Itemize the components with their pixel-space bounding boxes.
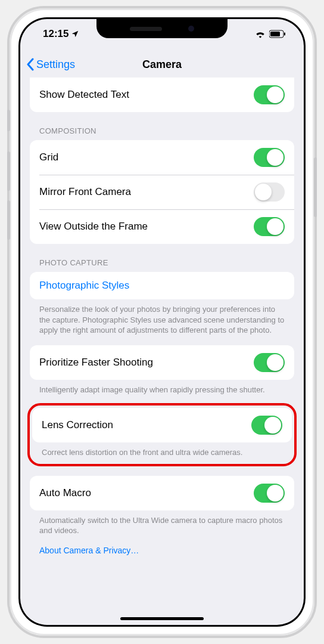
- toggle-mirror-front-camera[interactable]: [254, 182, 285, 202]
- notch: [96, 19, 228, 38]
- back-label: Settings: [36, 58, 75, 71]
- row-photographic-styles[interactable]: Photographic Styles: [30, 272, 294, 299]
- footer-lens-correction: Correct lens distortion on the front and…: [30, 445, 294, 464]
- toggle-lens-correction[interactable]: [251, 416, 282, 435]
- group-composition: COMPOSITION Grid Mirror Front Camera Vie…: [20, 116, 304, 244]
- group-header-photo-capture: PHOTO CAPTURE: [20, 247, 304, 272]
- wifi-icon: [255, 30, 266, 38]
- status-time: 12:15: [43, 28, 68, 40]
- link-label: About Camera & Privacy…: [39, 546, 139, 555]
- row-label: Grid: [39, 151, 58, 163]
- row-label: Photographic Styles: [39, 280, 129, 292]
- back-button[interactable]: Settings: [26, 58, 75, 71]
- row-label: Prioritize Faster Shooting: [39, 357, 153, 369]
- phone-frame: 12:15 Settings Camera: [7, 6, 317, 638]
- row-show-detected-text[interactable]: Show Detected Text: [30, 78, 294, 112]
- mute-switch: [7, 110, 10, 131]
- footer-faster-shooting: Intelligently adapt image quality when r…: [20, 380, 304, 395]
- volume-down-button: [7, 200, 10, 240]
- group-header-composition: COMPOSITION: [20, 116, 304, 140]
- chevron-left-icon: [26, 58, 34, 71]
- toggle-show-detected-text[interactable]: [254, 85, 285, 104]
- row-label: Auto Macro: [39, 487, 91, 499]
- toggle-auto-macro[interactable]: [254, 484, 285, 503]
- nav-bar: Settings Camera: [20, 51, 304, 78]
- row-grid[interactable]: Grid: [30, 140, 294, 175]
- svg-rect-1: [270, 32, 280, 36]
- row-lens-correction[interactable]: Lens Correction: [32, 408, 292, 442]
- row-label: Lens Correction: [42, 419, 113, 431]
- row-mirror-front-camera[interactable]: Mirror Front Camera: [30, 175, 294, 209]
- toggle-prioritize-faster-shooting[interactable]: [254, 353, 285, 372]
- settings-content[interactable]: Show Detected Text COMPOSITION Grid Mirr…: [20, 78, 304, 625]
- row-label: Show Detected Text: [39, 89, 129, 101]
- side-button: [314, 157, 317, 217]
- group-top: Show Detected Text: [30, 78, 294, 112]
- group-photo-capture: PHOTO CAPTURE Photographic Styles Person…: [20, 247, 304, 555]
- toggle-grid[interactable]: [254, 148, 285, 167]
- footer-auto-macro: Automatically switch to the Ultra Wide c…: [20, 510, 304, 536]
- row-prioritize-faster-shooting[interactable]: Prioritize Faster Shooting: [30, 345, 294, 380]
- footer-photographic-styles: Personalize the look of your photos by b…: [20, 299, 304, 336]
- location-icon: [71, 30, 79, 38]
- screen: 12:15 Settings Camera: [20, 19, 304, 625]
- row-label: View Outside the Frame: [39, 221, 148, 233]
- highlight-lens-correction: Lens Correction Correct lens distortion …: [27, 403, 297, 466]
- link-about-camera-privacy[interactable]: About Camera & Privacy…: [20, 536, 304, 555]
- svg-rect-2: [284, 33, 285, 36]
- toggle-view-outside-frame[interactable]: [254, 217, 285, 236]
- volume-up-button: [7, 151, 10, 191]
- battery-icon: [269, 30, 286, 38]
- row-label: Mirror Front Camera: [39, 186, 131, 198]
- row-view-outside-frame[interactable]: View Outside the Frame: [30, 209, 294, 244]
- row-auto-macro[interactable]: Auto Macro: [30, 476, 294, 510]
- home-indicator[interactable]: [120, 617, 204, 620]
